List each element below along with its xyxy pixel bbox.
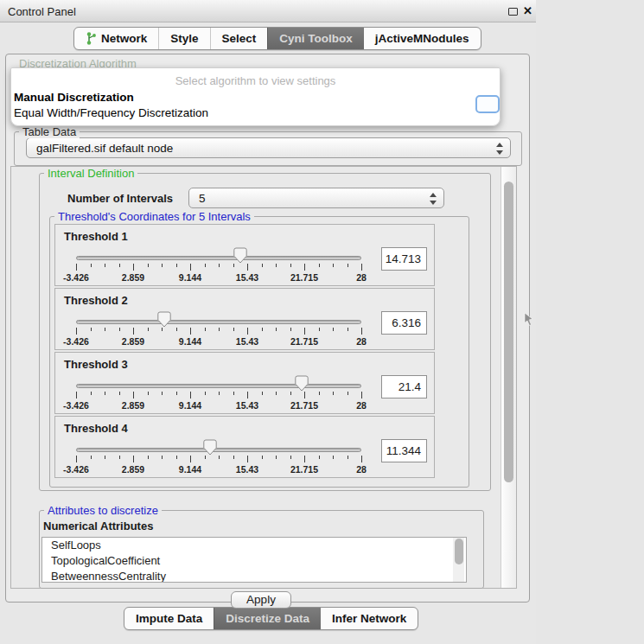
slider-thumb[interactable]	[233, 247, 247, 264]
thresholds-group-title: Threshold's Coordinates for 5 Intervals	[54, 210, 254, 223]
attributes-scrollbar-thumb[interactable]	[455, 539, 463, 564]
slider-tick-labels: -3.4262.8599.14415.4321.71528	[76, 400, 361, 411]
tab-cyni-toolbox[interactable]: Cyni Toolbox	[267, 28, 364, 49]
bottom-tab-bar: Impute Data Discretize Data Infer Networ…	[124, 607, 418, 630]
right-region: GAL80 GA C GAL11 GAL4 GCY1 H HAP2 Table …	[536, 0, 644, 644]
slider-track[interactable]	[76, 384, 361, 388]
close-icon[interactable]: ✕	[523, 4, 532, 17]
mouse-cursor	[524, 313, 534, 326]
threshold-row: Threshold 2 -3.4262.8599.14415.4321.7152…	[54, 288, 435, 350]
numerical-attributes-list: SelfLoops TopologicalCoefficient Between…	[41, 537, 467, 583]
number-of-intervals-label: Number of Intervals	[67, 192, 173, 205]
threshold-row: Threshold 4 -3.4262.8599.14415.4321.7152…	[54, 416, 435, 478]
slider-track[interactable]	[76, 256, 361, 260]
threshold-row: Threshold 1 -3.4262.8599.14415.4321.7152…	[54, 224, 435, 286]
top-tab-bar: Network Style Select Cyni Toolbox jActiv…	[73, 27, 481, 50]
slider-track[interactable]	[76, 448, 361, 452]
float-window-icon[interactable]	[508, 8, 518, 16]
table-data-group-title: Table Data	[19, 125, 80, 138]
list-item[interactable]: SelfLoops	[42, 538, 466, 553]
numerical-attributes-label: Numerical Attributes	[43, 520, 153, 532]
algorithm-option-equal-width[interactable]: Equal Width/Frequency Discretization	[14, 106, 208, 119]
threshold-value-field[interactable]: 6.316	[381, 311, 427, 335]
vertical-scrollbar-thumb[interactable]	[504, 182, 513, 482]
slider-track[interactable]	[76, 320, 361, 324]
attributes-group-title: Attributes to discretize	[44, 504, 162, 517]
combo-stepper-icon	[495, 142, 505, 156]
threshold-label: Threshold 1	[64, 230, 128, 243]
tab-jactivemnodules[interactable]: jActiveMNodules	[364, 28, 481, 49]
algorithm-option-manual[interactable]: Manual Discretization	[14, 91, 134, 104]
table-data-combobox[interactable]: galFiltered.sif default node	[26, 137, 511, 158]
number-of-intervals-value: 5	[199, 192, 206, 205]
threshold-value-field[interactable]: 11.344	[381, 439, 427, 462]
number-of-intervals-combobox[interactable]: 5	[188, 188, 444, 208]
threshold-value-field[interactable]: 21.4	[381, 375, 427, 399]
tab-network[interactable]: Network	[74, 28, 158, 49]
tab-style[interactable]: Style	[158, 28, 209, 49]
threshold-label: Threshold 4	[64, 422, 128, 435]
algorithm-popup-hint: Select algorithm to view settings	[11, 74, 500, 87]
slider-ticks	[76, 456, 361, 464]
threshold-label: Threshold 2	[64, 294, 128, 307]
slider-ticks	[76, 328, 361, 336]
tab-impute-data[interactable]: Impute Data	[124, 608, 214, 629]
threshold-row: Threshold 3 -3.4262.8599.14415.4321.7152…	[54, 352, 435, 414]
slider-ticks	[76, 392, 361, 400]
list-item[interactable]: TopologicalCoefficient	[42, 553, 466, 569]
threshold-value-field[interactable]: 14.713	[381, 247, 427, 271]
algorithm-combo-focus-fragment[interactable]	[475, 95, 500, 113]
apply-button[interactable]: Apply	[231, 591, 291, 609]
combo-stepper-icon	[429, 192, 438, 206]
network-icon	[86, 32, 97, 45]
list-item[interactable]: BetweennessCentrality	[42, 569, 466, 583]
slider-tick-labels: -3.4262.8599.14415.4321.71528	[76, 272, 361, 283]
threshold-label: Threshold 3	[64, 358, 128, 371]
slider-tick-labels: -3.4262.8599.14415.4321.71528	[76, 336, 361, 347]
tab-discretize-data[interactable]: Discretize Data	[214, 608, 321, 629]
slider-ticks	[76, 264, 361, 272]
slider-tick-labels: -3.4262.8599.14415.4321.71528	[76, 464, 361, 475]
slider-thumb[interactable]	[157, 311, 171, 328]
thresholds-container: Threshold 1 -3.4262.8599.14415.4321.7152…	[54, 224, 437, 481]
tab-select[interactable]: Select	[210, 28, 268, 49]
table-data-value: galFiltered.sif default node	[36, 142, 173, 155]
slider-thumb[interactable]	[203, 439, 217, 456]
panel-title: Control Panel	[8, 5, 76, 18]
tab-infer-network[interactable]: Infer Network	[321, 608, 418, 629]
algorithm-dropdown-popup: Select algorithm to view settings Manual…	[10, 67, 501, 126]
slider-thumb[interactable]	[295, 375, 309, 392]
interval-definition-title: Interval Definition	[44, 167, 137, 180]
control-panel: Control Panel ✕ Network Style Select Cyn…	[0, 0, 536, 644]
control-panel-titlebar: Control Panel ✕	[0, 0, 536, 22]
